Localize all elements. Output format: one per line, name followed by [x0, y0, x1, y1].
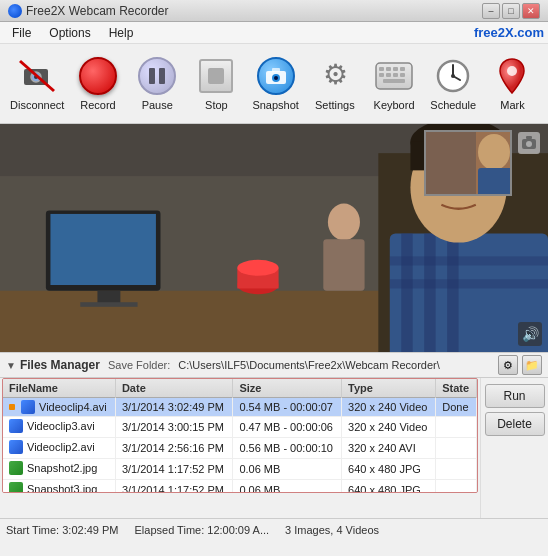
col-state: State [436, 379, 477, 398]
pause-button[interactable]: Pause [130, 49, 185, 119]
table-row[interactable]: Snapshot3.jpg 3/1/2014 1:17:52 PM 0.06 M… [3, 480, 477, 494]
keyboard-icon [374, 56, 414, 96]
svg-rect-36 [323, 239, 364, 291]
schedule-button[interactable]: Schedule [426, 49, 481, 119]
svg-rect-17 [400, 73, 405, 77]
settings-button[interactable]: ⚙ Settings [307, 49, 362, 119]
files-manager-toggle[interactable]: ▼ Files Manager [6, 358, 100, 372]
cell-date: 3/1/2014 1:17:52 PM [115, 480, 232, 494]
settings-icon-btn[interactable]: ⚙ [498, 355, 518, 375]
svg-rect-14 [379, 73, 384, 77]
svg-rect-43 [390, 279, 548, 288]
snapshot-button[interactable]: Snapshot [248, 49, 303, 119]
file-type-icon [9, 419, 23, 433]
cell-date: 3/1/2014 3:02:49 PM [115, 398, 232, 417]
disconnect-button[interactable]: Disconnect [8, 49, 66, 119]
svg-point-35 [328, 204, 360, 241]
main-content: 🔊 [0, 124, 548, 352]
col-filename: FileName [3, 379, 115, 398]
disconnect-icon [17, 56, 57, 96]
folder-icon-btn[interactable]: 📁 [522, 355, 542, 375]
maximize-button[interactable]: □ [502, 3, 520, 19]
svg-rect-13 [400, 67, 405, 71]
cell-state [436, 480, 477, 494]
cell-state [436, 438, 477, 459]
row-marker [9, 404, 15, 410]
start-time-label: Start Time: 3:02:49 PM [6, 524, 119, 536]
file-list-area: FileName Date Size Type State Videoclip4… [0, 378, 480, 518]
cell-type: 320 x 240 AVI [342, 438, 436, 459]
menu-file[interactable]: File [4, 24, 39, 42]
settings-label: Settings [315, 99, 355, 111]
stop-label: Stop [205, 99, 228, 111]
record-button[interactable]: Record [70, 49, 125, 119]
file-type-icon [21, 400, 35, 414]
svg-rect-18 [383, 79, 405, 83]
keyboard-button[interactable]: Keybord [366, 49, 421, 119]
file-type-icon [9, 482, 23, 493]
svg-text:⚙: ⚙ [322, 59, 347, 90]
files-manager-icons: ⚙ 📁 [498, 355, 542, 375]
table-row[interactable]: Snapshot2.jpg 3/1/2014 1:17:52 PM 0.06 M… [3, 459, 477, 480]
cell-type: 320 x 240 Video [342, 398, 436, 417]
menu-bar: File Options Help free2X.com [0, 22, 548, 44]
keyboard-label: Keybord [374, 99, 415, 111]
files-manager-label: Files Manager [20, 358, 100, 372]
close-button[interactable]: ✕ [522, 3, 540, 19]
svg-point-22 [451, 74, 455, 78]
cell-state [436, 417, 477, 438]
svg-rect-54 [478, 168, 512, 196]
minimize-button[interactable]: – [482, 3, 500, 19]
svg-point-6 [274, 76, 278, 80]
schedule-label: Schedule [430, 99, 476, 111]
snapshot-icon [256, 56, 296, 96]
cell-date: 3/1/2014 3:00:15 PM [115, 417, 232, 438]
cell-size: 0.54 MB - 00:00:07 [233, 398, 342, 417]
files-manager-bar: ▼ Files Manager Save Folder: C:\Users\IL… [0, 352, 548, 378]
disconnect-label: Disconnect [10, 99, 64, 111]
schedule-icon [433, 56, 473, 96]
table-header-row: FileName Date Size Type State [3, 379, 477, 398]
svg-point-53 [478, 134, 510, 170]
mini-preview [424, 130, 512, 196]
save-folder-path: C:\Users\ILF5\Documents\Free2x\Webcam Re… [178, 359, 490, 371]
svg-rect-42 [390, 256, 548, 265]
svg-point-34 [237, 260, 278, 276]
stop-button[interactable]: Stop [189, 49, 244, 119]
cell-filename: Videoclip2.avi [3, 438, 115, 459]
svg-rect-41 [447, 233, 458, 352]
delete-button[interactable]: Delete [485, 412, 545, 436]
run-button[interactable]: Run [485, 384, 545, 408]
window-title: Free2X Webcam Recorder [26, 4, 169, 18]
cell-state [436, 459, 477, 480]
cell-filename: Snapshot2.jpg [3, 459, 115, 480]
svg-rect-51 [526, 136, 532, 139]
svg-rect-12 [393, 67, 398, 71]
pause-icon [137, 56, 177, 96]
menu-options[interactable]: Options [41, 24, 98, 42]
sound-icon[interactable]: 🔊 [518, 322, 542, 346]
camera-overlay-icon[interactable] [518, 132, 540, 154]
table-row[interactable]: Videoclip4.avi 3/1/2014 3:02:49 PM 0.54 … [3, 398, 477, 417]
title-bar-left: Free2X Webcam Recorder [8, 4, 169, 18]
cell-date: 3/1/2014 1:17:52 PM [115, 459, 232, 480]
file-table-container[interactable]: FileName Date Size Type State Videoclip4… [2, 378, 478, 493]
summary-text: 3 Images, 4 Videos [285, 524, 379, 536]
svg-rect-40 [424, 233, 435, 352]
table-row[interactable]: Videoclip2.avi 3/1/2014 2:56:16 PM 0.56 … [3, 438, 477, 459]
cell-size: 0.47 MB - 00:00:06 [233, 417, 342, 438]
svg-rect-15 [386, 73, 391, 77]
toggle-arrow: ▼ [6, 360, 16, 371]
mark-icon [492, 56, 532, 96]
file-section: FileName Date Size Type State Videoclip4… [0, 378, 548, 518]
table-row[interactable]: Videoclip3.avi 3/1/2014 3:00:15 PM 0.47 … [3, 417, 477, 438]
elapsed-time-value: 12:00:09 A... [207, 524, 269, 536]
svg-rect-31 [80, 302, 137, 307]
snapshot-label: Snapshot [252, 99, 298, 111]
settings-icon: ⚙ [315, 56, 355, 96]
cell-filename: Videoclip4.avi [3, 398, 115, 417]
cell-size: 0.56 MB - 00:00:10 [233, 438, 342, 459]
mark-button[interactable]: Mark [485, 49, 540, 119]
menu-help[interactable]: Help [101, 24, 142, 42]
toolbar: Disconnect Record Pause Stop [0, 44, 548, 124]
